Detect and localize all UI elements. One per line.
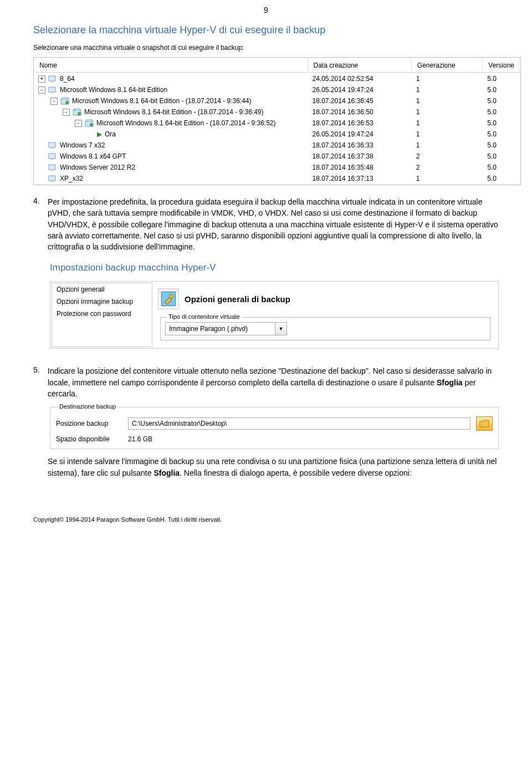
cell-gen: 1: [413, 96, 483, 106]
container-type-select[interactable]: Immagine Paragon (.phvd) ▼: [165, 322, 287, 335]
svg-rect-18: [50, 170, 54, 171]
table-row[interactable]: -Microsoft Windows 8.1 64-bit Edition - …: [35, 107, 519, 117]
table-row[interactable]: +8_6424.05.2014 02:52:5415.0: [35, 74, 519, 84]
row-label: Microsoft Windows 8.1 64-bit Edition - (…: [96, 119, 276, 127]
svg-rect-19: [49, 176, 55, 181]
container-type-legend: Tipo di contenitore virtuale: [166, 313, 242, 320]
cell-date: 18.07.2014 16:35:48: [309, 162, 412, 172]
cell-ver: 5.0: [484, 96, 519, 106]
snapshot-icon: [60, 97, 69, 105]
table-row[interactable]: -Microsoft Windows 8.1 64-bit Edition - …: [35, 118, 519, 128]
row-label: 8_64: [60, 75, 75, 83]
position-label: Posizione backup: [56, 420, 122, 427]
collapse-icon[interactable]: -: [63, 109, 70, 116]
item4-text: Per impostazione predefinita, la procedu…: [48, 196, 499, 252]
svg-rect-16: [50, 159, 54, 160]
page-number: 9: [33, 0, 499, 20]
destination-panel: Destinazione backup Posizione backup C:\…: [50, 407, 499, 449]
svg-rect-13: [49, 142, 55, 147]
position-input[interactable]: C:\Users\Administrator\Desktop\: [128, 417, 470, 430]
col-date[interactable]: Data creazione: [309, 59, 412, 73]
cell-ver: 5.0: [484, 118, 519, 128]
table-row[interactable]: Windows Server 2012 R218.07.2014 16:35:4…: [35, 162, 519, 172]
space-value: 21.6 GB: [128, 435, 152, 443]
options-left-list: Opzioni generali Opzioni immagine backup…: [52, 283, 152, 347]
section1-instruction: Selezionare una macchina virtuale o snap…: [33, 44, 499, 52]
section2-heading: Impostazioni backup macchina Hyper-V: [50, 262, 499, 273]
cell-ver: 5.0: [484, 129, 519, 139]
vm-icon: [48, 141, 57, 149]
snapshot-icon: [73, 108, 81, 116]
table-row[interactable]: -Microsoft Windows 8.1 64-bit Edition - …: [35, 96, 519, 106]
cell-ver: 5.0: [484, 140, 519, 150]
cell-ver: 5.0: [484, 174, 519, 184]
chevron-down-icon[interactable]: ▼: [275, 322, 287, 335]
destination-legend: Destinazione backup: [57, 403, 118, 410]
vm-icon: [48, 152, 57, 160]
table-row[interactable]: Windows 8.1 x64 GPT18.07.2014 16:37:3825…: [35, 151, 519, 161]
collapse-icon[interactable]: -: [38, 86, 45, 94]
browse-button[interactable]: [476, 416, 493, 431]
svg-rect-20: [50, 181, 54, 182]
expand-icon[interactable]: +: [38, 75, 45, 83]
cell-gen: 1: [413, 118, 483, 128]
network-paragraph: Se si intende salvare l'immagine di back…: [48, 456, 499, 478]
vm-tree-table: Nome Data creazione Generazione Versione…: [33, 57, 521, 185]
cell-ver: 5.0: [484, 162, 519, 172]
wrench-icon: [158, 288, 179, 309]
col-gen[interactable]: Generazione: [413, 59, 483, 73]
item4-number: 4.: [33, 196, 43, 252]
row-label: Windows Server 2012 R2: [60, 164, 135, 171]
cell-date: 18.07.2014 16:37:13: [309, 174, 412, 184]
options-right-title: Opzioni generali di backup: [185, 294, 290, 304]
cell-gen: 1: [413, 129, 483, 139]
vm-icon: [48, 175, 57, 182]
svg-rect-11: [86, 120, 92, 121]
opt-image[interactable]: Opzioni immagine backup: [52, 296, 152, 308]
svg-rect-0: [49, 76, 55, 81]
cell-gen: 1: [413, 174, 483, 184]
cell-date: 18.07.2014 16:36:53: [309, 118, 412, 128]
opt-general[interactable]: Opzioni generali: [52, 283, 152, 296]
svg-rect-14: [50, 147, 54, 149]
collapse-icon[interactable]: -: [50, 98, 58, 105]
table-row[interactable]: -Microsoft Windows 8.1 64-bit Edition26.…: [35, 85, 519, 95]
copyright-footer: Copyright© 1994-2014 Paragon Software Gm…: [33, 512, 499, 523]
table-row[interactable]: ▶Ora26.05.2014 19:47:2415.0: [35, 129, 519, 139]
svg-rect-5: [62, 98, 68, 99]
backup-options-panel: Opzioni generali Opzioni immagine backup…: [50, 281, 499, 349]
svg-point-6: [66, 101, 69, 104]
cell-gen: 1: [413, 85, 483, 95]
svg-rect-1: [50, 81, 54, 82]
cell-gen: 1: [413, 140, 483, 150]
snapshot-icon: [85, 119, 94, 127]
cell-date: 18.07.2014 16:36:45: [309, 96, 412, 106]
cell-date: 26.05.2014 19:47:24: [309, 85, 412, 95]
svg-rect-15: [49, 154, 55, 159]
svg-point-9: [78, 113, 81, 115]
table-row[interactable]: Windows 7 x3218.07.2014 16:36:3315.0: [35, 140, 519, 150]
col-ver[interactable]: Versione: [484, 59, 519, 73]
vm-icon: [48, 164, 57, 171]
cell-gen: 2: [413, 162, 483, 172]
cell-ver: 5.0: [484, 107, 519, 117]
cell-ver: 5.0: [484, 85, 519, 95]
col-name[interactable]: Nome: [35, 59, 308, 73]
cell-ver: 5.0: [484, 151, 519, 161]
collapse-icon[interactable]: -: [75, 120, 82, 127]
row-label: Microsoft Windows 8.1 64-bit Edition - (…: [84, 108, 264, 116]
opt-password[interactable]: Protezione con password: [52, 308, 152, 320]
cell-date: 18.07.2014 16:37:38: [309, 151, 412, 161]
cell-gen: 1: [413, 107, 483, 117]
cell-ver: 5.0: [484, 74, 519, 84]
cell-gen: 1: [413, 74, 483, 84]
row-label: Microsoft Windows 8.1 64-bit Edition: [60, 86, 167, 94]
table-row[interactable]: XP_x3218.07.2014 16:37:1315.0: [35, 174, 519, 184]
item5-number: 5.: [33, 365, 43, 399]
svg-rect-17: [49, 165, 55, 170]
row-label: Windows 8.1 x64 GPT: [60, 152, 126, 160]
section1-heading: Selezionare la macchina virtuale Hyper-V…: [33, 24, 499, 36]
cell-gen: 2: [413, 151, 483, 161]
current-state-icon: ▶: [97, 130, 102, 138]
row-label: XP_x32: [60, 175, 83, 182]
